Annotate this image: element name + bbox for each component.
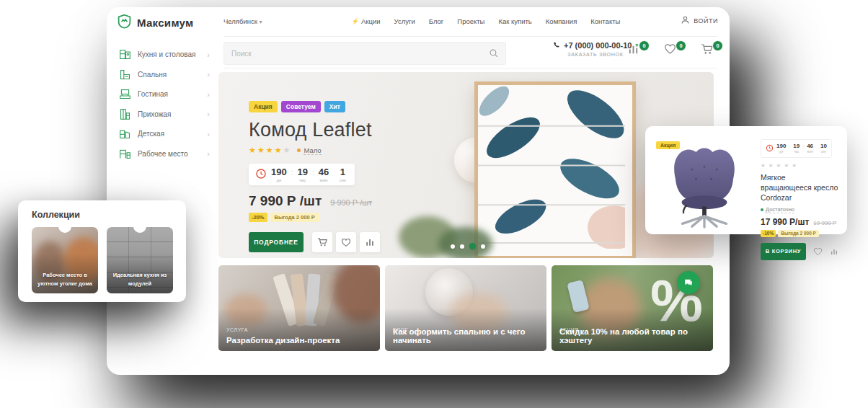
star-icon: ★ <box>266 146 273 155</box>
article-card-promo[interactable]: % акция Скидка 10% на любой товар по хэш… <box>552 265 713 351</box>
hero-content: Акция Советуем Хит Комод Leaflet ★ ★ ★ ★… <box>249 101 380 252</box>
search-input[interactable] <box>224 50 489 58</box>
menu-item-services[interactable]: Услуги <box>394 17 415 25</box>
sidebar-item-kids[interactable]: Детская › <box>107 124 218 144</box>
product-countdown-timer: 190дн : 19час : 46мин : 10сек <box>761 139 832 158</box>
badge-promo: Акция <box>249 101 278 112</box>
star-icon: ★ <box>283 146 291 155</box>
cart-button[interactable]: 0 <box>701 43 717 58</box>
availability-status: Мало <box>297 146 321 155</box>
chevron-right-icon: › <box>207 90 210 99</box>
logo[interactable]: Максимум <box>117 14 193 32</box>
product-buttons: в корзину <box>761 243 838 260</box>
sidebar-item-workplace[interactable]: Рабочее место › <box>107 144 218 164</box>
workplace-icon <box>117 148 133 160</box>
carousel-dot-active[interactable] <box>469 243 476 249</box>
more-button[interactable]: Подробнее <box>249 232 304 252</box>
discount-badge: -20% <box>249 213 267 222</box>
hero-badges: Акция Советуем Хит <box>249 101 380 112</box>
product-badge-promo: Акция <box>656 141 680 149</box>
article-cards: услуга Разработка дизайн-проекта блог Ка… <box>218 265 714 351</box>
collection-caption: Идеальная кухня из модулей <box>110 271 170 288</box>
collections-row: Рабочее место в уютном уголке дома Идеал… <box>32 227 186 293</box>
user-icon <box>681 15 690 26</box>
sidebar-item-bedroom[interactable]: Спальня › <box>107 65 218 85</box>
hero-product-image <box>474 81 636 258</box>
timer-seconds: 10сек <box>820 143 827 154</box>
spark-icon: ⚡ <box>352 18 359 25</box>
favorites-button[interactable]: 0 <box>664 43 680 58</box>
add-to-cart-button[interactable] <box>312 232 332 252</box>
compare-button[interactable]: 0 <box>627 43 643 58</box>
article-card-blog[interactable]: блог Как оформить спальню и с чего начин… <box>385 265 546 351</box>
sidebar-item-living-room[interactable]: Гостиная › <box>107 84 218 105</box>
carousel-dot[interactable] <box>451 244 455 249</box>
collection-caption: Рабочее место в уютном уголке дома <box>35 271 95 288</box>
menu-item-company[interactable]: Компания <box>546 17 577 25</box>
main-window: Максимум Челябинск ▾ ⚡Акции Услуги Блог … <box>107 7 730 375</box>
collection-tile-workplace[interactable]: Рабочее место в уютном уголке дома <box>32 227 98 293</box>
logo-text: Максимум <box>137 17 193 29</box>
login-button[interactable]: войти <box>681 15 718 26</box>
compare-button[interactable] <box>360 232 380 252</box>
divider <box>223 68 717 68</box>
menu-item-blog[interactable]: Блог <box>429 17 444 25</box>
menu-item-contacts[interactable]: Контакты <box>590 17 620 25</box>
product-info: 190дн : 19час : 46мин : 10сек ★ ★ ★ ★ ★ … <box>761 139 838 260</box>
hallway-icon <box>117 108 133 120</box>
product-price-row: 17 990 Р/шт 19 990 Р <box>761 217 838 227</box>
chevron-right-icon: › <box>207 70 210 79</box>
hero-rating: ★ ★ ★ ★ ★ Мало <box>249 146 380 155</box>
carousel-dots <box>451 243 485 249</box>
article-title: Скидка 10% на любой товар по хэштегу <box>559 327 706 345</box>
hero-product-title[interactable]: Комод Leaflet <box>249 119 380 141</box>
clock-icon <box>255 168 267 182</box>
logo-shield-icon <box>117 14 132 32</box>
availability-dot-icon <box>297 148 301 152</box>
menu-item-how-to-buy[interactable]: Как купить <box>498 17 531 25</box>
kitchen-icon <box>117 48 133 61</box>
divider <box>223 36 717 37</box>
article-title: Разработка дизайн-проекта <box>226 336 373 345</box>
product-rating: ★ ★ ★ ★ ★ <box>761 162 838 169</box>
collection-tile-kitchen[interactable]: Идеальная кухня из модулей <box>107 227 173 293</box>
favorite-button[interactable] <box>336 232 356 252</box>
product-card: Акция 190дн : 19час : 46мин <box>645 126 847 234</box>
chevron-right-icon: › <box>207 110 210 118</box>
star-icon: ★ <box>275 146 282 155</box>
star-icon: ★ <box>257 146 265 155</box>
sidebar-item-kitchen[interactable]: Кухня и столовая › <box>107 45 218 65</box>
buy-button[interactable]: в корзину <box>761 243 806 260</box>
product-title[interactable]: Мягкое вращающееся кресло Cordozar <box>761 172 838 203</box>
article-card-service[interactable]: услуга Разработка дизайн-проекта <box>218 265 380 351</box>
menu-item-projects[interactable]: Проекты <box>457 17 484 25</box>
timer-minutes: 46мин <box>807 143 813 154</box>
product-image-chair[interactable] <box>655 139 753 226</box>
timer-hours: 19час <box>297 167 307 182</box>
chevron-right-icon: › <box>207 130 210 138</box>
hero-discount-row: -20% Выгода 2 000 Р <box>249 213 380 222</box>
badge-hit: Хит <box>324 101 345 112</box>
chevron-right-icon: › <box>207 50 210 59</box>
caret-down-icon: ▾ <box>260 19 262 25</box>
benefit-badge: Выгода 2 000 Р <box>778 230 819 237</box>
favorite-button[interactable] <box>813 247 823 256</box>
sidebar-item-hallway[interactable]: Прихожая › <box>107 105 218 125</box>
main-menu: ⚡Акции Услуги Блог Проекты Как купить Ко… <box>352 17 620 25</box>
city-selector[interactable]: Челябинск ▾ <box>223 17 262 25</box>
search-icon[interactable] <box>489 48 499 58</box>
menu-item-promos[interactable]: ⚡Акции <box>352 17 381 25</box>
clock-icon <box>766 142 774 155</box>
countdown-timer: 190дн : 19час : 46мин : 1сек <box>249 164 355 185</box>
top-bar: Максимум Челябинск ▾ ⚡Акции Услуги Блог … <box>107 7 730 36</box>
carousel-dot[interactable] <box>460 244 464 249</box>
hero-banner: Акция Советуем Хит Комод Leaflet ★ ★ ★ ★… <box>218 72 714 258</box>
carousel-dot[interactable] <box>481 244 485 249</box>
timer-days: 190дн <box>776 143 786 154</box>
kids-room-icon <box>117 128 133 140</box>
timer-seconds: 1сек <box>340 167 346 182</box>
living-room-icon <box>117 88 133 100</box>
current-price: 7 990 Р /шт <box>249 193 322 209</box>
badge-recommended: Советуем <box>281 101 321 112</box>
compare-button[interactable] <box>830 247 838 256</box>
